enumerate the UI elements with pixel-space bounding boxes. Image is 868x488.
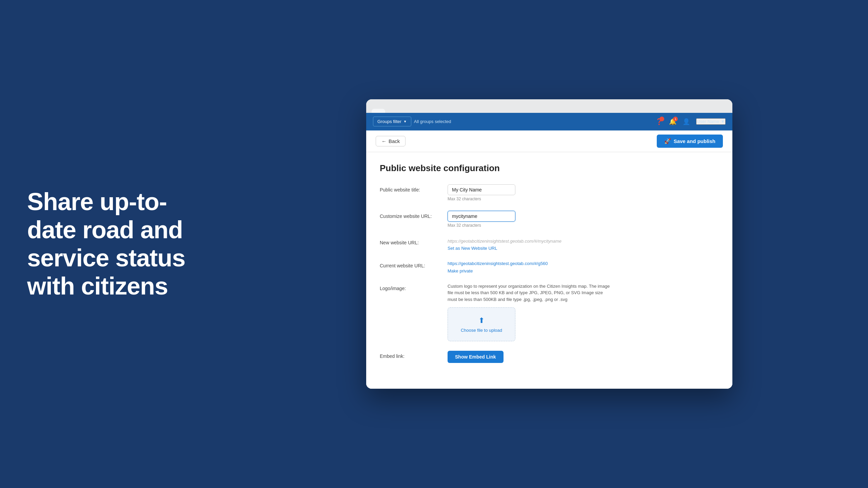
new-url-row: New website URL: https://geotabcitizenin… <box>380 237 719 251</box>
topbar-left: Groups filter ▼ All groups selected <box>373 117 451 126</box>
page-wrapper: Share up-to-date road and service status… <box>0 0 868 488</box>
current-url-row: Current website URL: https://geotabcitiz… <box>380 260 719 273</box>
upload-label: Choose file to upload <box>461 328 502 333</box>
save-publish-button[interactable]: 🚀 Save and publish <box>657 135 723 148</box>
back-button[interactable]: ← Back <box>376 136 406 146</box>
current-url-label: Current website URL: <box>380 260 448 268</box>
rocket-icon: 🚀 <box>664 138 671 144</box>
topbar-right: ❓ 🔔 1 👤 User Name ▼ <box>655 118 726 125</box>
website-title-input[interactable] <box>448 184 515 195</box>
back-arrow-icon: ← <box>381 138 387 144</box>
left-panel: Share up-to-date road and service status… <box>0 167 231 320</box>
new-url-field: https://geotabcitizeninsightstest.geotab… <box>448 237 719 251</box>
browser-tab-bar <box>366 99 732 113</box>
customize-url-hint: Max 32 characters <box>448 223 719 228</box>
user-menu-button[interactable]: User Name ▼ <box>696 118 726 125</box>
nav-bar: ← Back 🚀 Save and publish <box>366 130 732 152</box>
new-url-preview: https://geotabcitizeninsightstest.geotab… <box>448 239 719 244</box>
hero-text: Share up-to-date road and service status… <box>27 188 203 300</box>
customize-url-row: Customize website URL: Max 32 characters <box>380 211 719 228</box>
user-chevron-icon: ▼ <box>721 119 725 124</box>
chevron-down-icon: ▼ <box>403 120 407 123</box>
help-badge <box>659 117 664 121</box>
set-new-url-link[interactable]: Set as New Website URL <box>448 246 719 251</box>
upload-icon: ⬆ <box>478 316 485 325</box>
website-title-label: Public website title: <box>380 184 448 192</box>
new-url-label: New website URL: <box>380 237 448 245</box>
right-panel: Groups filter ▼ All groups selected ❓ 🔔 … <box>231 99 868 389</box>
embed-field: Show Embed Link <box>448 351 719 363</box>
logo-field: Custom logo to represent your organizati… <box>448 283 719 342</box>
user-icon: 👤 <box>683 118 690 125</box>
customize-url-label: Customize website URL: <box>380 211 448 219</box>
customize-url-input[interactable] <box>448 211 515 222</box>
customize-url-field: Max 32 characters <box>448 211 719 228</box>
make-private-link[interactable]: Make private <box>448 268 719 273</box>
logo-description: Custom logo to represent your organizati… <box>448 283 610 303</box>
content-area: ← Back 🚀 Save and publish Public website… <box>366 130 732 389</box>
current-url-field: https://geotabcitizeninsightstest.geotab… <box>448 260 719 273</box>
form-area: Public website configuration Public webs… <box>366 152 732 389</box>
logo-label: Logo/image: <box>380 283 448 291</box>
show-embed-button[interactable]: Show Embed Link <box>448 351 504 363</box>
browser-window: Groups filter ▼ All groups selected ❓ 🔔 … <box>366 99 732 389</box>
back-label: Back <box>389 138 400 144</box>
topbar: Groups filter ▼ All groups selected ❓ 🔔 … <box>366 113 732 130</box>
notification-icon[interactable]: 🔔 1 <box>669 118 676 125</box>
help-icon[interactable]: ❓ <box>655 118 663 125</box>
website-title-field: Max 32 characters <box>448 184 719 201</box>
notification-badge: 1 <box>673 117 678 121</box>
browser-tab <box>372 109 385 113</box>
file-upload-area[interactable]: ⬆ Choose file to upload <box>448 307 515 341</box>
logo-row: Logo/image: Custom logo to represent you… <box>380 283 719 342</box>
page-title: Public website configuration <box>380 163 719 174</box>
embed-label: Embed link: <box>380 351 448 359</box>
current-url-link[interactable]: https://geotabcitizeninsightstest.geotab… <box>448 261 548 266</box>
groups-filter-button[interactable]: Groups filter ▼ <box>373 117 411 126</box>
groups-filter-label: Groups filter <box>377 119 401 124</box>
website-title-hint: Max 32 characters <box>448 197 719 201</box>
user-label: User Name <box>697 119 719 124</box>
save-publish-label: Save and publish <box>674 138 715 144</box>
embed-row: Embed link: Show Embed Link <box>380 351 719 363</box>
website-title-row: Public website title: Max 32 characters <box>380 184 719 201</box>
all-groups-label: All groups selected <box>414 119 451 124</box>
